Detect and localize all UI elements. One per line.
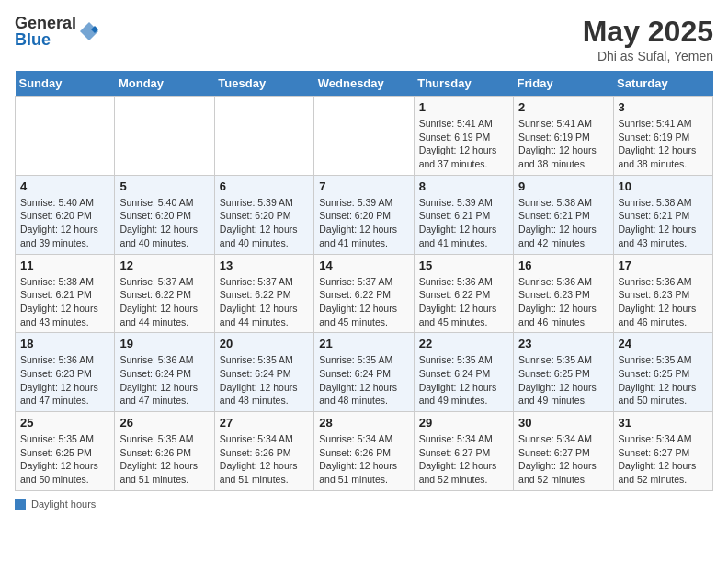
calendar-cell: 9Sunrise: 5:38 AM Sunset: 6:21 PM Daylig… bbox=[514, 175, 613, 254]
day-detail: Sunrise: 5:35 AM Sunset: 6:25 PM Dayligh… bbox=[518, 353, 608, 408]
day-detail: Sunrise: 5:36 AM Sunset: 6:23 PM Dayligh… bbox=[20, 353, 109, 408]
day-number: 26 bbox=[119, 416, 209, 430]
calendar-week-row: 25Sunrise: 5:35 AM Sunset: 6:25 PM Dayli… bbox=[16, 412, 713, 491]
calendar-cell: 31Sunrise: 5:34 AM Sunset: 6:27 PM Dayli… bbox=[613, 412, 712, 491]
weekday-header-row: SundayMondayTuesdayWednesdayThursdayFrid… bbox=[16, 71, 713, 97]
day-number: 22 bbox=[419, 337, 508, 350]
day-detail: Sunrise: 5:38 AM Sunset: 6:21 PM Dayligh… bbox=[518, 196, 608, 250]
day-detail: Sunrise: 5:36 AM Sunset: 6:23 PM Dayligh… bbox=[619, 275, 708, 329]
calendar-cell: 16Sunrise: 5:36 AM Sunset: 6:23 PM Dayli… bbox=[514, 254, 613, 333]
calendar-cell bbox=[115, 97, 214, 176]
calendar-cell: 29Sunrise: 5:34 AM Sunset: 6:27 PM Dayli… bbox=[414, 412, 513, 491]
day-detail: Sunrise: 5:35 AM Sunset: 6:24 PM Dayligh… bbox=[419, 353, 508, 408]
day-detail: Sunrise: 5:36 AM Sunset: 6:22 PM Dayligh… bbox=[419, 275, 508, 329]
day-detail: Sunrise: 5:38 AM Sunset: 6:21 PM Dayligh… bbox=[20, 275, 109, 329]
calendar-week-row: 18Sunrise: 5:36 AM Sunset: 6:23 PM Dayli… bbox=[16, 333, 713, 412]
page-subtitle: Dhi as Sufal, Yemen bbox=[583, 49, 713, 63]
calendar-cell: 20Sunrise: 5:35 AM Sunset: 6:24 PM Dayli… bbox=[214, 333, 313, 412]
calendar-cell bbox=[314, 97, 414, 176]
logo-icon bbox=[78, 20, 100, 42]
day-number: 18 bbox=[20, 337, 109, 350]
day-number: 11 bbox=[20, 259, 109, 272]
day-detail: Sunrise: 5:37 AM Sunset: 6:22 PM Dayligh… bbox=[319, 275, 408, 329]
day-detail: Sunrise: 5:37 AM Sunset: 6:22 PM Dayligh… bbox=[119, 275, 209, 329]
calendar-cell: 6Sunrise: 5:39 AM Sunset: 6:20 PM Daylig… bbox=[214, 175, 313, 254]
weekday-header: Friday bbox=[514, 71, 613, 97]
day-number: 16 bbox=[518, 259, 608, 272]
calendar-cell: 22Sunrise: 5:35 AM Sunset: 6:24 PM Dayli… bbox=[414, 333, 513, 412]
calendar-cell: 5Sunrise: 5:40 AM Sunset: 6:20 PM Daylig… bbox=[115, 175, 214, 254]
day-number: 27 bbox=[220, 416, 309, 430]
calendar-cell: 24Sunrise: 5:35 AM Sunset: 6:25 PM Dayli… bbox=[613, 333, 712, 412]
day-detail: Sunrise: 5:41 AM Sunset: 6:19 PM Dayligh… bbox=[419, 117, 508, 171]
day-detail: Sunrise: 5:34 AM Sunset: 6:27 PM Dayligh… bbox=[619, 432, 708, 487]
calendar-cell: 28Sunrise: 5:34 AM Sunset: 6:26 PM Dayli… bbox=[314, 412, 414, 491]
calendar-cell: 17Sunrise: 5:36 AM Sunset: 6:23 PM Dayli… bbox=[613, 254, 712, 333]
calendar-cell: 3Sunrise: 5:41 AM Sunset: 6:19 PM Daylig… bbox=[613, 97, 712, 176]
calendar-cell: 2Sunrise: 5:41 AM Sunset: 6:19 PM Daylig… bbox=[514, 97, 613, 176]
day-detail: Sunrise: 5:38 AM Sunset: 6:21 PM Dayligh… bbox=[619, 196, 708, 250]
calendar-cell: 14Sunrise: 5:37 AM Sunset: 6:22 PM Dayli… bbox=[314, 254, 414, 333]
weekday-header: Thursday bbox=[414, 71, 513, 97]
day-detail: Sunrise: 5:34 AM Sunset: 6:26 PM Dayligh… bbox=[319, 432, 408, 487]
day-detail: Sunrise: 5:36 AM Sunset: 6:24 PM Dayligh… bbox=[119, 353, 209, 408]
day-detail: Sunrise: 5:35 AM Sunset: 6:24 PM Dayligh… bbox=[220, 353, 309, 408]
calendar-cell: 30Sunrise: 5:34 AM Sunset: 6:27 PM Dayli… bbox=[514, 412, 613, 491]
logo-general: General bbox=[15, 14, 76, 32]
calendar-cell: 8Sunrise: 5:39 AM Sunset: 6:21 PM Daylig… bbox=[414, 175, 513, 254]
day-detail: Sunrise: 5:35 AM Sunset: 6:26 PM Dayligh… bbox=[119, 432, 209, 487]
calendar-week-row: 11Sunrise: 5:38 AM Sunset: 6:21 PM Dayli… bbox=[16, 254, 713, 333]
day-number: 24 bbox=[619, 337, 708, 350]
calendar-cell: 26Sunrise: 5:35 AM Sunset: 6:26 PM Dayli… bbox=[115, 412, 214, 491]
day-number: 30 bbox=[518, 416, 608, 430]
calendar-cell: 7Sunrise: 5:39 AM Sunset: 6:20 PM Daylig… bbox=[314, 175, 414, 254]
day-number: 7 bbox=[319, 179, 408, 193]
weekday-header: Monday bbox=[115, 71, 214, 97]
day-number: 3 bbox=[619, 100, 708, 114]
day-number: 20 bbox=[220, 337, 309, 350]
day-number: 4 bbox=[20, 179, 109, 193]
calendar-cell: 23Sunrise: 5:35 AM Sunset: 6:25 PM Dayli… bbox=[514, 333, 613, 412]
header: General Blue May 2025 Dhi as Sufal, Yeme… bbox=[15, 15, 713, 63]
day-number: 28 bbox=[319, 416, 408, 430]
day-number: 12 bbox=[119, 259, 209, 272]
day-detail: Sunrise: 5:41 AM Sunset: 6:19 PM Dayligh… bbox=[518, 117, 608, 171]
day-detail: Sunrise: 5:41 AM Sunset: 6:19 PM Dayligh… bbox=[619, 117, 708, 171]
day-number: 21 bbox=[319, 337, 408, 350]
day-detail: Sunrise: 5:39 AM Sunset: 6:21 PM Dayligh… bbox=[419, 196, 508, 250]
weekday-header: Sunday bbox=[16, 71, 115, 97]
calendar-week-row: 4Sunrise: 5:40 AM Sunset: 6:20 PM Daylig… bbox=[16, 175, 713, 254]
calendar-week-row: 1Sunrise: 5:41 AM Sunset: 6:19 PM Daylig… bbox=[16, 97, 713, 176]
day-number: 25 bbox=[20, 416, 109, 430]
day-number: 10 bbox=[619, 179, 708, 193]
day-detail: Sunrise: 5:36 AM Sunset: 6:23 PM Dayligh… bbox=[518, 275, 608, 329]
day-number: 19 bbox=[119, 337, 209, 350]
day-detail: Sunrise: 5:35 AM Sunset: 6:24 PM Dayligh… bbox=[319, 353, 408, 408]
day-detail: Sunrise: 5:40 AM Sunset: 6:20 PM Dayligh… bbox=[20, 196, 109, 250]
day-number: 13 bbox=[220, 259, 309, 272]
day-number: 1 bbox=[419, 100, 508, 114]
calendar-cell bbox=[16, 97, 115, 176]
calendar-cell bbox=[214, 97, 313, 176]
day-detail: Sunrise: 5:37 AM Sunset: 6:22 PM Dayligh… bbox=[220, 275, 309, 329]
legend-icon bbox=[15, 499, 26, 510]
title-block: May 2025 Dhi as Sufal, Yemen bbox=[583, 15, 713, 63]
day-number: 9 bbox=[518, 179, 608, 193]
day-number: 14 bbox=[319, 259, 408, 272]
weekday-header: Tuesday bbox=[214, 71, 313, 97]
day-detail: Sunrise: 5:35 AM Sunset: 6:25 PM Dayligh… bbox=[619, 353, 708, 408]
calendar-cell: 25Sunrise: 5:35 AM Sunset: 6:25 PM Dayli… bbox=[16, 412, 115, 491]
logo-blue: Blue bbox=[15, 30, 51, 49]
day-detail: Sunrise: 5:35 AM Sunset: 6:25 PM Dayligh… bbox=[20, 432, 109, 487]
day-number: 5 bbox=[119, 179, 209, 193]
calendar-cell: 10Sunrise: 5:38 AM Sunset: 6:21 PM Dayli… bbox=[613, 175, 712, 254]
calendar-cell: 18Sunrise: 5:36 AM Sunset: 6:23 PM Dayli… bbox=[16, 333, 115, 412]
legend: Daylight hours bbox=[15, 499, 713, 510]
day-number: 29 bbox=[419, 416, 508, 430]
calendar-cell: 11Sunrise: 5:38 AM Sunset: 6:21 PM Dayli… bbox=[16, 254, 115, 333]
day-number: 2 bbox=[518, 100, 608, 114]
day-number: 23 bbox=[518, 337, 608, 350]
day-number: 8 bbox=[419, 179, 508, 193]
day-detail: Sunrise: 5:39 AM Sunset: 6:20 PM Dayligh… bbox=[319, 196, 408, 250]
calendar-cell: 19Sunrise: 5:36 AM Sunset: 6:24 PM Dayli… bbox=[115, 333, 214, 412]
